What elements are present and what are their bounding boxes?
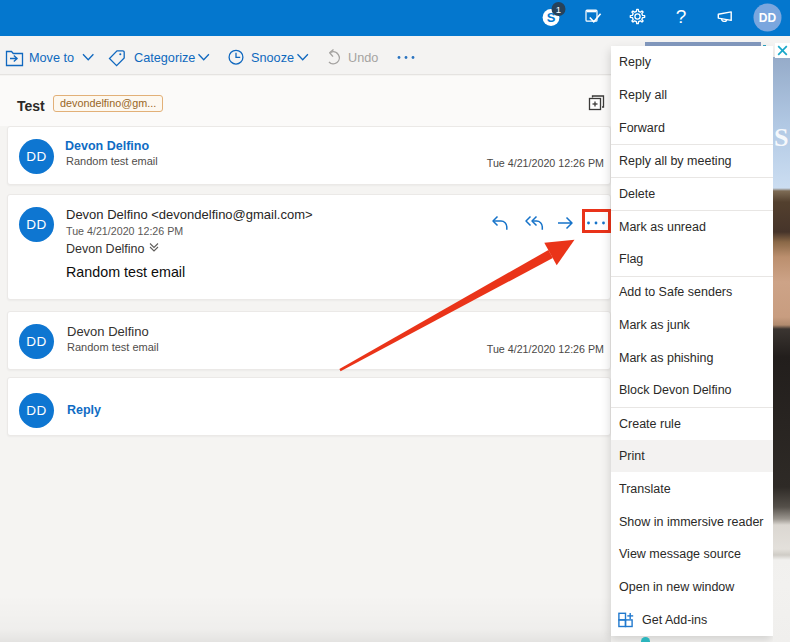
svg-text:DD: DD bbox=[759, 11, 777, 25]
svg-text:1: 1 bbox=[556, 4, 561, 15]
svg-text:?: ? bbox=[676, 6, 687, 27]
